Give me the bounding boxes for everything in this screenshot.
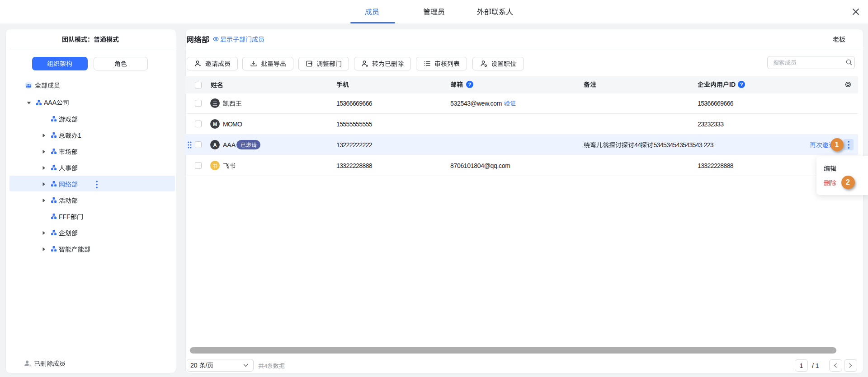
svg-text:?: ? — [740, 82, 743, 87]
svg-text:?: ? — [468, 82, 471, 87]
